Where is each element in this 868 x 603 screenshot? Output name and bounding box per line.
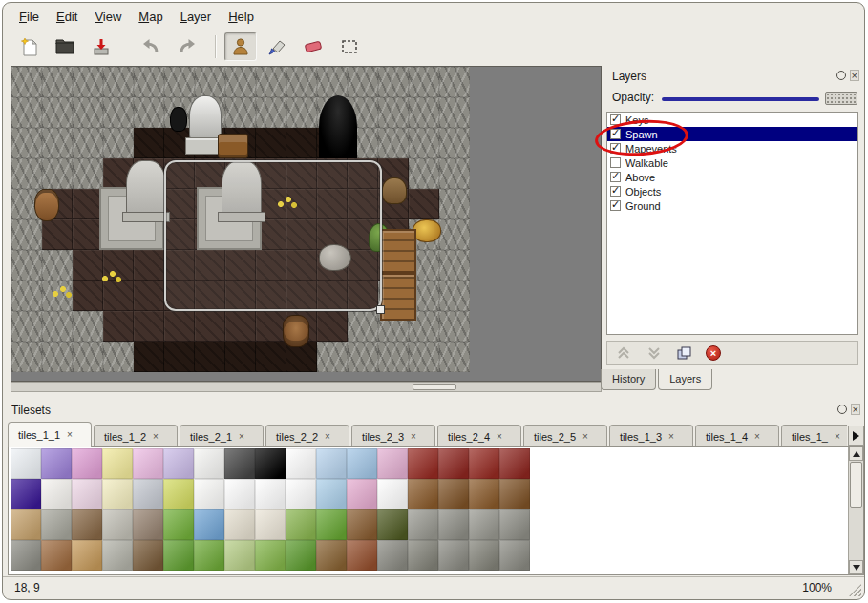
tileset-tile[interactable]: [316, 509, 347, 540]
tab-close-icon[interactable]: ×: [324, 431, 331, 443]
map-tile-stone-wall[interactable]: [439, 67, 470, 97]
tileset-tile[interactable]: [286, 540, 316, 571]
map-tile-stone-wall[interactable]: [42, 158, 73, 189]
map-tile-floor[interactable]: [134, 311, 164, 342]
opacity-slider-track[interactable]: [662, 97, 819, 101]
tileset-tile[interactable]: [347, 479, 377, 509]
tileset-tile[interactable]: [163, 509, 194, 540]
map-tile-stone-wall[interactable]: [195, 97, 225, 128]
map-tile-stone-wall[interactable]: [11, 67, 42, 97]
select-tool-button[interactable]: [333, 32, 366, 61]
tileset-tile[interactable]: [408, 509, 438, 540]
map-tile-stone-wall[interactable]: [409, 250, 439, 281]
move-layer-down-button[interactable]: [646, 345, 663, 361]
stamp-tool-button[interactable]: [224, 32, 257, 61]
map-tile-stone-wall[interactable]: [317, 342, 348, 372]
tileset-tile[interactable]: [347, 509, 377, 540]
map-tile-floor[interactable]: [103, 189, 134, 219]
open-button[interactable]: [49, 32, 81, 61]
map-tile-stone-wall[interactable]: [164, 97, 195, 128]
tileset-tile[interactable]: [102, 479, 133, 509]
tab-close-icon[interactable]: ×: [410, 431, 417, 443]
tileset-tile[interactable]: [255, 540, 286, 571]
close-panel-icon[interactable]: ×: [850, 70, 859, 81]
map-tile-floor[interactable]: [42, 189, 73, 219]
layer-row-mapevents[interactable]: ✓Mapevents: [607, 141, 857, 156]
map-tile-stone-wall[interactable]: [378, 128, 409, 158]
menu-item-help[interactable]: Help: [220, 7, 263, 28]
map-tile-stone-wall[interactable]: [378, 311, 409, 342]
tab-layers[interactable]: Layers: [658, 369, 712, 390]
map-tile-floor[interactable]: [134, 250, 164, 281]
tileset-tile[interactable]: [194, 509, 224, 540]
map-tile-stone-wall[interactable]: [439, 189, 470, 219]
map-tile-stone-wall[interactable]: [73, 158, 103, 189]
tab-close-icon[interactable]: ×: [834, 431, 841, 443]
scroll-down-button[interactable]: [849, 560, 863, 574]
tab-close-icon[interactable]: ×: [496, 431, 503, 443]
tileset-tab-tiles_2_4[interactable]: tiles_2_4×: [437, 425, 521, 447]
map-tile-stone-wall[interactable]: [409, 219, 439, 250]
layer-checkbox-keys[interactable]: ✓: [610, 114, 621, 125]
map-tile-stone-wall[interactable]: [134, 67, 164, 97]
map-tile-stone-wall[interactable]: [164, 67, 195, 97]
tileset-tile[interactable]: [286, 448, 316, 479]
map-tile-dark-floor[interactable]: [286, 342, 317, 372]
tileset-tile[interactable]: [255, 479, 286, 509]
menu-item-file[interactable]: File: [11, 7, 48, 28]
map-tile-stone-wall[interactable]: [11, 219, 42, 250]
tileset-tile[interactable]: [102, 448, 133, 479]
hscroll-thumb[interactable]: [413, 384, 456, 390]
tileset-tab-tiles_2_3[interactable]: tiles_2_3×: [351, 425, 435, 447]
tab-close-icon[interactable]: ×: [582, 431, 589, 443]
tileset-tile[interactable]: [408, 479, 438, 509]
map-tile-stone-wall[interactable]: [73, 128, 103, 158]
map-tile-stone-wall[interactable]: [42, 67, 73, 97]
map-tile-floor[interactable]: [134, 281, 164, 311]
map-tile-stone-wall[interactable]: [348, 342, 378, 372]
menu-item-layer[interactable]: Layer: [172, 7, 221, 28]
map-tile-stone-wall[interactable]: [42, 250, 73, 281]
delete-layer-button[interactable]: ×: [706, 345, 721, 361]
tileset-tile[interactable]: [255, 509, 286, 540]
tileset-tile[interactable]: [224, 540, 255, 571]
map-tile-floor[interactable]: [103, 281, 134, 311]
map-tile-floor[interactable]: [103, 311, 134, 342]
map-tile-stone-wall[interactable]: [256, 97, 286, 128]
tileset-tile[interactable]: [499, 448, 530, 479]
map-tile-floor[interactable]: [378, 250, 409, 281]
canvas-hscrollbar[interactable]: [11, 382, 602, 392]
tileset-tile[interactable]: [469, 540, 499, 571]
tileset-tile[interactable]: [72, 509, 102, 540]
tileset-tile[interactable]: [286, 479, 316, 509]
map-tile-dark-floor[interactable]: [225, 342, 256, 372]
tab-scroll-right-button[interactable]: [848, 426, 864, 446]
tileset-tile[interactable]: [133, 448, 163, 479]
tileset-tile[interactable]: [408, 448, 438, 479]
tileset-tab-tiles_2_1[interactable]: tiles_2_1×: [180, 425, 264, 447]
map-tile-stone-wall[interactable]: [317, 67, 348, 97]
tileset-tile[interactable]: [163, 448, 194, 479]
map-tile-stone-wall[interactable]: [195, 67, 225, 97]
map-tile-stone-wall[interactable]: [11, 97, 42, 128]
save-button[interactable]: [85, 32, 117, 61]
map-tile-stone-wall[interactable]: [317, 97, 348, 128]
map-tile-floor[interactable]: [225, 311, 256, 342]
layer-row-spawn[interactable]: ✓Spawn: [607, 127, 857, 141]
map-tile-dark-floor[interactable]: [256, 128, 286, 158]
tab-history[interactable]: History: [601, 369, 656, 390]
map-tile-dark-floor[interactable]: [256, 342, 286, 372]
map-tile-floor[interactable]: [378, 189, 409, 219]
map-canvas[interactable]: [11, 66, 602, 382]
tileset-tab-tiles_1_4[interactable]: tiles_1_4×: [695, 425, 779, 447]
tileset-tile[interactable]: [347, 540, 377, 571]
map-tile-stone-wall[interactable]: [409, 128, 439, 158]
map-tile-stone-wall[interactable]: [42, 281, 73, 311]
map-tile-stone-wall[interactable]: [409, 158, 439, 189]
float-panel-icon[interactable]: [837, 405, 847, 414]
tileset-tab-tiles_1_[interactable]: tiles_1_×: [781, 425, 847, 447]
tileset-tile[interactable]: [102, 540, 133, 571]
map-tile-stone-wall[interactable]: [73, 97, 103, 128]
map-tile-stone-wall[interactable]: [225, 97, 256, 128]
map-tile-stone-wall[interactable]: [348, 128, 378, 158]
